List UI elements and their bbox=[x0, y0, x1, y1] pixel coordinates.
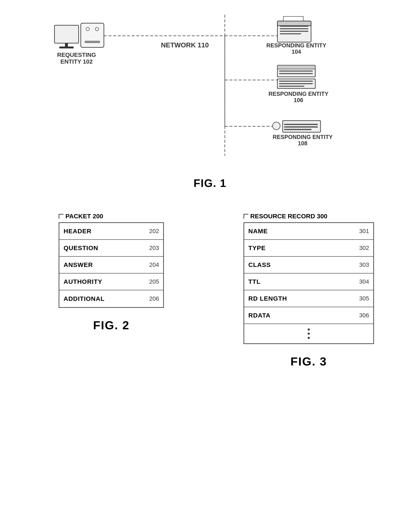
fig1-section: REQUESTING ENTITY 102 NETWORK 110 bbox=[0, 0, 420, 189]
row-number: 204 bbox=[149, 262, 159, 268]
dot bbox=[308, 328, 310, 331]
table-row: ANSWER 204 bbox=[59, 257, 163, 273]
row-label: HEADER bbox=[64, 228, 145, 235]
svg-text:108: 108 bbox=[298, 140, 307, 146]
svg-rect-31 bbox=[279, 83, 313, 84]
table-row: TTL 304 bbox=[244, 273, 373, 290]
svg-text:REQUESTING: REQUESTING bbox=[57, 52, 96, 58]
row-number: 304 bbox=[359, 278, 369, 285]
svg-rect-21 bbox=[280, 33, 301, 34]
svg-rect-19 bbox=[280, 28, 308, 29]
fig1-caption: FIG. 1 bbox=[0, 177, 420, 189]
table-row: QUESTION 203 bbox=[59, 240, 163, 257]
row-label: TYPE bbox=[248, 244, 355, 252]
row-label: ADDITIONAL bbox=[64, 295, 145, 302]
svg-text:ENTITY 102: ENTITY 102 bbox=[60, 58, 93, 65]
table-row: CLASS 303 bbox=[244, 257, 373, 273]
row-number: 205 bbox=[149, 278, 159, 285]
dot bbox=[308, 333, 310, 335]
row-number: 305 bbox=[359, 295, 369, 302]
svg-text:106: 106 bbox=[294, 97, 303, 103]
row-label: RDATA bbox=[248, 312, 355, 319]
svg-rect-39 bbox=[284, 129, 311, 130]
svg-rect-27 bbox=[279, 70, 313, 72]
packet-table: HEADER 202 QUESTION 203 ANSWER 204 AUTHO… bbox=[59, 222, 164, 308]
svg-rect-1 bbox=[65, 43, 68, 46]
bottom-section: PACKET 200 HEADER 202 QUESTION 203 ANSWE… bbox=[0, 189, 420, 381]
resource-record-table: NAME 301 TYPE 302 CLASS 303 TTL 304 RD L… bbox=[244, 222, 374, 344]
svg-rect-38 bbox=[284, 126, 318, 128]
svg-point-35 bbox=[273, 122, 280, 130]
svg-rect-22 bbox=[278, 21, 311, 26]
rr-table-label: RESOURCE RECORD 300 bbox=[244, 213, 374, 220]
svg-rect-30 bbox=[279, 81, 313, 82]
svg-rect-37 bbox=[284, 124, 318, 125]
row-label: AUTHORITY bbox=[64, 278, 145, 285]
fig2-area: PACKET 200 HEADER 202 QUESTION 203 ANSWE… bbox=[21, 202, 202, 368]
row-number: 203 bbox=[149, 245, 159, 251]
row-label: NAME bbox=[248, 228, 355, 235]
dots-row bbox=[244, 324, 373, 343]
svg-rect-3 bbox=[81, 23, 104, 47]
svg-rect-32 bbox=[279, 86, 304, 87]
svg-rect-6 bbox=[85, 41, 100, 43]
svg-rect-2 bbox=[59, 46, 74, 48]
row-label: RD LENGTH bbox=[248, 295, 355, 302]
table-row: RD LENGTH 305 bbox=[244, 290, 373, 307]
row-label: ANSWER bbox=[64, 261, 145, 269]
fig3-area: RESOURCE RECORD 300 NAME 301 TYPE 302 CL… bbox=[218, 202, 399, 368]
row-label: QUESTION bbox=[64, 244, 145, 252]
svg-text:104: 104 bbox=[292, 49, 301, 55]
row-number: 206 bbox=[149, 295, 159, 302]
table-row: AUTHORITY 205 bbox=[59, 273, 163, 290]
fig2-caption: FIG. 2 bbox=[93, 318, 129, 332]
svg-rect-0 bbox=[54, 25, 79, 43]
row-number: 306 bbox=[359, 312, 369, 319]
table-row: RDATA 306 bbox=[244, 307, 373, 324]
row-label: CLASS bbox=[248, 261, 355, 269]
row-number: 302 bbox=[359, 245, 369, 251]
table-row: TYPE 302 bbox=[244, 240, 373, 257]
row-number: 303 bbox=[359, 262, 369, 268]
packet-table-label: PACKET 200 bbox=[59, 213, 164, 220]
table-row: NAME 301 bbox=[244, 223, 373, 240]
svg-rect-26 bbox=[278, 65, 315, 69]
svg-text:RESPONDING ENTITY: RESPONDING ENTITY bbox=[273, 134, 332, 140]
row-number: 301 bbox=[359, 228, 369, 235]
dot bbox=[308, 337, 310, 339]
svg-text:NETWORK 110: NETWORK 110 bbox=[161, 41, 209, 49]
svg-rect-20 bbox=[280, 31, 308, 32]
row-number: 202 bbox=[149, 228, 159, 235]
fig3-caption: FIG. 3 bbox=[291, 354, 327, 368]
network-diagram: REQUESTING ENTITY 102 NETWORK 110 bbox=[42, 8, 378, 173]
network-diagram-svg: REQUESTING ENTITY 102 NETWORK 110 bbox=[42, 8, 378, 173]
svg-text:RESPONDING ENTITY: RESPONDING ENTITY bbox=[266, 42, 326, 49]
table-row: ADDITIONAL 206 bbox=[59, 290, 163, 307]
svg-rect-28 bbox=[279, 73, 313, 74]
row-label: TTL bbox=[248, 278, 355, 285]
table-row: HEADER 202 bbox=[59, 223, 163, 240]
svg-text:RESPONDING ENTITY: RESPONDING ENTITY bbox=[268, 91, 328, 97]
